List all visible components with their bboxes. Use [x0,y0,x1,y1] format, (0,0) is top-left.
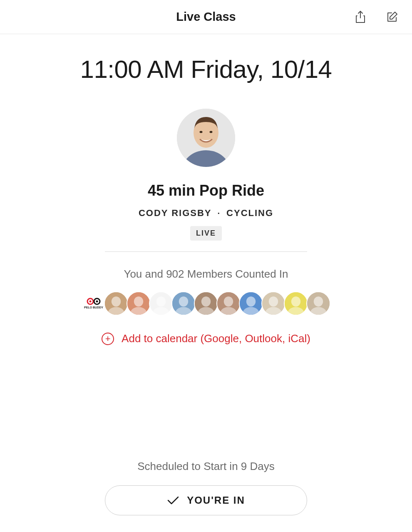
meta-separator: · [218,209,221,218]
member-avatar-member-5[interactable] [194,291,218,316]
member-avatar-member-1[interactable] [104,291,128,316]
instructor-avatar[interactable] [177,109,235,167]
add-calendar-label: Add to calendar (Google, Outlook, iCal) [122,332,310,345]
scheduled-start-text: Scheduled to Start in 9 Days [137,460,275,473]
svg-point-4 [200,131,203,133]
svg-point-23 [201,296,211,306]
member-avatar-member-9[interactable] [284,291,308,316]
class-meta: CODY RIGSBY · CYCLING [139,208,273,219]
svg-point-9 [96,301,98,303]
youre-in-label: YOU'RE IN [187,495,245,506]
status-badge: LIVE [190,226,222,241]
svg-point-5 [210,131,213,133]
divider [105,251,307,252]
instructor-name: CODY RIGSBY [139,208,212,219]
member-avatar-member-4[interactable] [171,291,196,316]
member-avatar-member-6[interactable] [216,291,241,316]
svg-point-20 [179,296,188,306]
youre-in-button[interactable]: YOU'RE IN [105,485,307,515]
svg-point-29 [246,296,256,306]
svg-point-26 [224,296,233,306]
member-avatar-member-3[interactable] [149,291,173,316]
member-avatar-member-2[interactable] [127,291,151,316]
counted-in-text: You and 902 Members Counted In [124,268,288,281]
check-icon [167,494,179,507]
svg-point-17 [156,296,166,306]
svg-point-11 [112,296,121,306]
page-title: Live Class [176,10,236,24]
member-avatar-member-10[interactable] [306,291,330,316]
add-to-calendar-button[interactable]: + Add to calendar (Google, Outlook, iCal… [102,332,310,345]
header-actions [353,0,400,34]
class-category: CYCLING [226,208,273,219]
member-avatar-member-7[interactable] [239,291,263,316]
svg-point-14 [134,296,143,306]
footer: Scheduled to Start in 9 Days YOU'RE IN [0,460,412,515]
edit-icon [386,11,398,23]
main-content: 11:00 AM Friday, 10/14 45 min Pop Ride C… [0,34,412,345]
member-avatar-member-8[interactable] [261,291,285,316]
svg-point-38 [314,296,323,306]
share-button[interactable] [353,10,368,25]
instructor-photo [177,109,235,167]
class-title: 45 min Pop Ride [148,182,264,199]
share-icon [355,10,366,24]
svg-point-32 [269,296,278,306]
edit-button[interactable] [385,10,400,25]
plus-circle-icon: + [102,333,114,345]
class-datetime: 11:00 AM Friday, 10/14 [80,55,332,84]
member-avatar-pelo-buddy[interactable]: PELO BUDDY [82,291,106,316]
svg-point-7 [89,301,92,303]
member-avatars-row: PELO BUDDY [82,291,330,316]
header: Live Class [0,0,412,34]
svg-point-35 [291,296,300,306]
